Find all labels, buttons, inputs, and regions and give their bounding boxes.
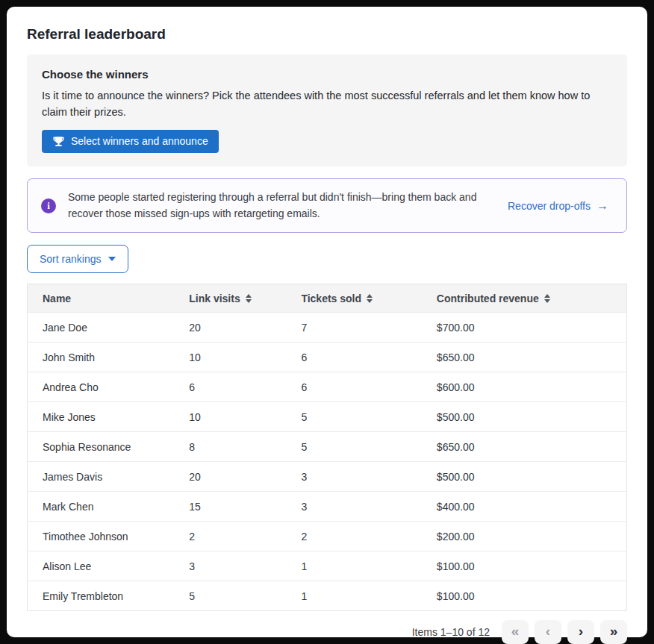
referral-leaderboard-window: Referral leaderboard Choose the winners …: [7, 7, 647, 637]
choose-winners-panel: Choose the winners Is it time to announc…: [27, 54, 627, 166]
cell-tickets-sold: 5: [286, 402, 421, 432]
column-header-label: Contributed revenue: [437, 293, 539, 304]
table-header: NameLink visitsTickets soldContributed r…: [28, 284, 627, 313]
cell-link-visits: 3: [174, 551, 286, 581]
cell-contributed-revenue: $100.00: [422, 581, 627, 611]
cell-link-visits: 10: [174, 402, 286, 432]
cell-link-visits: 6: [174, 372, 286, 402]
caret-down-icon: [108, 257, 116, 261]
cell-contributed-revenue: $500.00: [422, 402, 627, 432]
cell-contributed-revenue: $700.00: [422, 313, 627, 343]
previous-page-button: ‹: [535, 620, 561, 644]
cell-tickets-sold: 6: [286, 372, 421, 402]
cell-link-visits: 20: [174, 313, 286, 343]
cell-contributed-revenue: $100.00: [422, 551, 627, 581]
table-row: James Davis203$500.00: [28, 462, 627, 492]
select-winners-button-label: Select winners and announce: [71, 135, 208, 147]
table-row: Emily Trembleton51$100.00: [28, 581, 627, 611]
last-page-button[interactable]: »: [600, 620, 627, 644]
cell-tickets-sold: 5: [286, 432, 421, 462]
cell-link-visits: 2: [174, 522, 286, 551]
choose-winners-description: Is it time to announce the winners? Pick…: [42, 87, 603, 121]
cell-link-visits: 20: [174, 462, 286, 492]
cell-name: Emily Trembleton: [28, 581, 175, 611]
cell-name: Sophia Resonance: [28, 432, 175, 462]
cell-name: Jane Doe: [28, 313, 175, 343]
column-header-contributed-revenue[interactable]: Contributed revenue: [422, 284, 627, 313]
cell-name: Alison Lee: [28, 551, 175, 581]
cell-tickets-sold: 2: [286, 522, 421, 551]
cell-contributed-revenue: $400.00: [422, 492, 627, 522]
cell-name: John Smith: [28, 343, 175, 372]
leaderboard-table: NameLink visitsTickets soldContributed r…: [27, 284, 627, 611]
table-row: Timothee Johnson22$200.00: [28, 522, 627, 551]
column-header-tickets-sold[interactable]: Tickets sold: [286, 284, 421, 313]
first-page-button: «: [502, 620, 529, 644]
pagination: Items 1–10 of 12 «‹›»: [27, 620, 627, 644]
sort-updown-icon[interactable]: [544, 294, 550, 303]
table-row: Alison Lee31$100.00: [28, 551, 627, 581]
cell-tickets-sold: 3: [286, 492, 421, 522]
cell-contributed-revenue: $600.00: [422, 372, 627, 402]
recover-dropoffs-link-label: Recover drop-offs: [508, 200, 591, 212]
cell-tickets-sold: 1: [286, 551, 421, 581]
cell-name: Mike Jones: [28, 402, 175, 432]
cell-name: Mark Chen: [28, 492, 175, 522]
cell-name: James Davis: [28, 462, 175, 492]
cell-name: Timothee Johnson: [28, 522, 175, 551]
sort-rankings-button[interactable]: Sort rankings: [27, 245, 128, 273]
column-header-label: Link visits: [189, 293, 240, 304]
table-row: Sophia Resonance85$650.00: [28, 432, 627, 462]
column-header-name: Name: [28, 284, 175, 313]
cell-tickets-sold: 7: [286, 313, 421, 343]
recover-dropoffs-link[interactable]: Recover drop-offs →: [508, 200, 608, 212]
cell-tickets-sold: 1: [286, 581, 421, 611]
pagination-summary: Items 1–10 of 12: [412, 626, 490, 638]
next-page-button[interactable]: ›: [567, 620, 594, 644]
trophy-icon: [52, 135, 65, 148]
sort-rankings-button-label: Sort rankings: [40, 253, 101, 265]
cell-contributed-revenue: $500.00: [422, 462, 627, 492]
table-row: John Smith106$650.00: [28, 343, 627, 372]
cell-contributed-revenue: $200.00: [422, 522, 627, 551]
cell-contributed-revenue: $650.00: [422, 343, 627, 372]
cell-link-visits: 10: [174, 343, 286, 372]
table-row: Mike Jones105$500.00: [28, 402, 627, 432]
page-title: Referral leaderboard: [27, 26, 627, 43]
select-winners-button[interactable]: Select winners and announce: [42, 130, 219, 153]
table-row: Mark Chen153$400.00: [28, 492, 627, 522]
table-row: Andrea Cho66$600.00: [28, 372, 627, 402]
column-header-label: Name: [43, 293, 71, 304]
info-icon: i: [41, 198, 56, 213]
dropoffs-message: Some people started registering through …: [68, 190, 486, 222]
cell-tickets-sold: 6: [286, 343, 421, 372]
sort-updown-icon[interactable]: [246, 294, 252, 303]
arrow-right-icon: →: [597, 200, 608, 212]
cell-link-visits: 15: [174, 492, 286, 522]
choose-winners-heading: Choose the winners: [42, 68, 612, 81]
column-header-link-visits[interactable]: Link visits: [174, 284, 286, 313]
cell-name: Andrea Cho: [28, 372, 175, 402]
dropoffs-info-banner: i Some people started registering throug…: [27, 178, 627, 233]
sort-row: Sort rankings: [27, 245, 627, 273]
cell-link-visits: 8: [174, 432, 286, 462]
sort-updown-icon[interactable]: [367, 294, 373, 303]
cell-link-visits: 5: [174, 581, 286, 611]
table-row: Jane Doe207$700.00: [28, 313, 627, 343]
cell-contributed-revenue: $650.00: [422, 432, 627, 462]
column-header-label: Tickets sold: [301, 293, 361, 304]
cell-tickets-sold: 3: [286, 462, 421, 492]
